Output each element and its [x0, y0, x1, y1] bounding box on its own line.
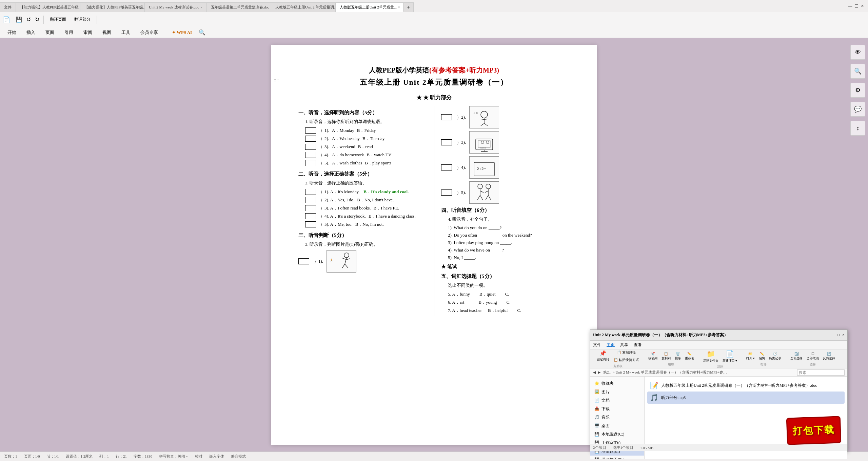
fe-sidebar-c[interactable]: 💾本地磁盘(C:): [590, 430, 644, 439]
menu-reference[interactable]: 引用: [60, 28, 78, 37]
doc-icon: 📝: [650, 381, 658, 389]
scroll-btn[interactable]: ↕: [850, 121, 865, 136]
part5-title: 五、词汇选择题（5分）: [441, 273, 570, 280]
tab-file[interactable]: 文件: [0, 2, 16, 12]
menu-insert[interactable]: 插入: [22, 28, 40, 37]
svg-text:laptop: laptop: [480, 146, 486, 149]
fe-sidebar-downloads[interactable]: 📥下载: [590, 405, 644, 413]
listening-section-title: ★ ★ 听力部分: [298, 94, 570, 101]
toolbar-sep-2: [97, 16, 97, 24]
status-section: 节：1/1: [47, 454, 59, 459]
menu-vip[interactable]: 会员专享: [136, 28, 163, 37]
tab-5[interactable]: 人教版五年级上册Unit 2 单元质量调... ×: [271, 2, 336, 12]
tab-3[interactable]: Unit 2 My week 达标测试卷.doc ×: [145, 2, 207, 12]
tab-6[interactable]: 人教版五年级上册Unit 2单元质量... ×: [336, 2, 403, 12]
tab-6-close[interactable]: ×: [398, 5, 400, 9]
q4-1: 1). What do you do on _____?: [448, 225, 570, 230]
toolbar-save-btn[interactable]: 💾: [14, 16, 24, 23]
fe-open-btn[interactable]: 📂 打开 ▾: [745, 351, 756, 362]
menu-start[interactable]: 开始: [3, 28, 21, 37]
svg-point-8: [481, 111, 488, 118]
fe-maximize[interactable]: □: [837, 333, 840, 338]
translate-part-btn[interactable]: 翻译部分: [71, 15, 94, 24]
fe-invert-btn[interactable]: 🔄 反向选择: [821, 351, 837, 362]
new-tab-btn[interactable]: +: [403, 2, 414, 12]
answer-box: [305, 144, 316, 150]
fe-close[interactable]: ×: [842, 333, 845, 338]
zoom-btn[interactable]: 🔍: [850, 64, 865, 79]
maximize-btn[interactable]: □: [855, 3, 858, 9]
fe-delete-btn[interactable]: 🗑️ 删除: [673, 351, 683, 362]
comment-btn[interactable]: 💬: [850, 102, 865, 117]
download-badge[interactable]: 打包下载: [786, 416, 842, 445]
q1-2-a: A．Wednesday: [332, 136, 360, 142]
answer-box: [298, 258, 309, 264]
fe-rename-btn[interactable]: ✏️ 重命名: [683, 351, 696, 362]
menu-wps-ai[interactable]: ✦ WPS AI: [167, 28, 197, 37]
fe-history-btn[interactable]: 🕐 历史记录: [767, 351, 783, 362]
q3-2-num: ）2).: [457, 114, 466, 120]
close-btn[interactable]: ×: [861, 3, 864, 9]
file-item-doc[interactable]: 📝 人教版五年级上册Unit 2单元质量调研卷（一）（含听力材料+听力MP3+参…: [647, 379, 845, 392]
fe-copy-group: 📋 复制路径 📋 粘贴快捷方式: [612, 349, 641, 363]
fe-menu-view[interactable]: 查看: [634, 342, 642, 348]
fe-selectall-btn[interactable]: ☑️ 全部选择: [789, 351, 804, 362]
drag-handle[interactable]: ⠿⠿: [274, 79, 279, 82]
fe-sidebar-documents[interactable]: 📄文档: [590, 396, 644, 405]
fe-move-btn[interactable]: ✂️ 移动到: [647, 351, 659, 362]
fe-paste-btn[interactable]: 📋 粘贴快捷方式: [612, 357, 641, 363]
tab-1[interactable]: 【能力强化】人教PEP版英语五年级... ×: [16, 2, 80, 12]
menu-page[interactable]: 页面: [41, 28, 59, 37]
q3-5-num: ）5).: [457, 189, 466, 196]
q5-1: 5. A．funny B．quiet C.: [448, 291, 570, 297]
answer-box: [305, 189, 316, 195]
settings-panel-btn[interactable]: ⚙: [850, 83, 865, 98]
toolbar-undo-btn[interactable]: ↺: [25, 16, 32, 23]
translate-page-btn[interactable]: 翻译页面: [46, 15, 70, 24]
document-page: ⠿⠿ 人教PEP版小学英语(有参考答案+听力MP3) 五年级上册 Unit 2单…: [271, 45, 597, 445]
tab-4[interactable]: 五年级英语第二单元质量监测卷.doc ×: [207, 2, 271, 12]
q2-1: ）1). A．It's Monday. B．It's cloudy and co…: [305, 189, 427, 195]
tab-2[interactable]: 【能力强化】人教PEP版英语五年级... ×: [80, 2, 145, 12]
fe-minimize[interactable]: ─: [831, 333, 834, 338]
fe-menu-file[interactable]: 文件: [593, 342, 601, 348]
fe-edit-btn[interactable]: ✏️ 编辑: [757, 351, 767, 362]
menu-tools[interactable]: 工具: [117, 28, 135, 37]
menu-view[interactable]: 视图: [98, 28, 116, 37]
eye-btn[interactable]: 👁: [850, 45, 865, 60]
fe-nav-back[interactable]: ◀: [593, 370, 596, 375]
answer-box: [441, 114, 452, 120]
fe-nav-forward[interactable]: ▶: [598, 370, 600, 375]
fe-sidebar-f[interactable]: 💾采购加工(F:): [590, 456, 644, 459]
answer-box: [305, 213, 316, 219]
svg-line-28: [486, 195, 488, 200]
fe-select-group: ☑️ 全部选择 ☐ 全部取消 🔄 反向选择 选择: [787, 351, 839, 367]
answer-box: [441, 189, 452, 196]
fe-menu-share[interactable]: 共享: [620, 342, 628, 348]
q5-2: 6. A．art B．young C.: [448, 299, 570, 305]
status-compat: 兼容模式: [231, 454, 246, 459]
fe-sidebar-favorites[interactable]: ⭐收藏夹: [590, 379, 644, 388]
svg-text:🏃: 🏃: [330, 258, 334, 262]
fe-pin-btn[interactable]: 📌 固定访问: [595, 349, 611, 363]
minimize-btn[interactable]: ─: [848, 3, 852, 9]
fe-sidebar-music[interactable]: 🎵音乐: [590, 413, 644, 422]
fe-menu-home[interactable]: 主页: [607, 342, 615, 348]
fe-search-input[interactable]: [797, 369, 845, 376]
delete-icon: 🗑️: [676, 352, 680, 356]
fe-new-group: 📁 新建文件夹 📄 新建项目 ▾ 新建: [699, 349, 741, 369]
menu-review[interactable]: 审阅: [79, 28, 97, 37]
fe-sidebar-desktop[interactable]: 🖥️桌面: [590, 422, 644, 430]
status-font: 嵌入字体: [209, 454, 224, 459]
fe-sidebar-pictures[interactable]: 🖼️图片: [590, 388, 644, 396]
fe-newitem-btn[interactable]: 📄 新建项目 ▾: [721, 349, 739, 364]
file-item-mp3[interactable]: 🎵 听力部分.mp3: [647, 392, 845, 404]
q1-1: ）1). A．Monday B．Friday: [305, 127, 427, 134]
toolbar-redo-btn[interactable]: ↻: [34, 16, 41, 23]
search-icon[interactable]: 🔍: [199, 29, 205, 36]
fe-copy2-btn[interactable]: 📋 复制到: [660, 351, 672, 362]
fe-copy-btn[interactable]: 📋 复制路径: [612, 349, 641, 356]
tab-3-close[interactable]: ×: [200, 5, 202, 9]
fe-deselect-btn[interactable]: ☐ 全部取消: [805, 351, 821, 362]
fe-newfolder-btn[interactable]: 📁 新建文件夹: [702, 349, 720, 364]
